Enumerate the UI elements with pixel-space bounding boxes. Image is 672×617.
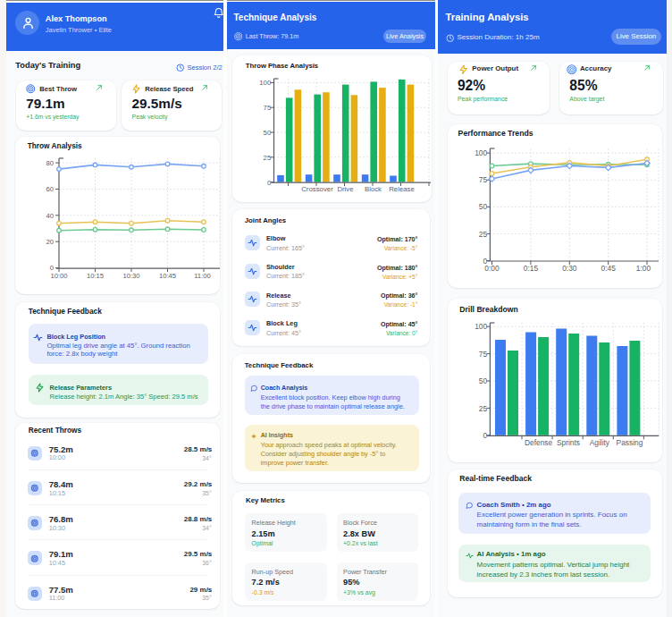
svg-text:100: 100 (475, 148, 487, 157)
svg-text:75: 75 (479, 350, 488, 359)
svg-text:10:30: 10:30 (122, 272, 139, 280)
svg-text:10:00: 10:00 (50, 272, 67, 280)
svg-text:50: 50 (479, 376, 488, 385)
svg-text:100: 100 (259, 79, 272, 87)
svg-text:Drive: Drive (337, 185, 353, 193)
svg-text:Release: Release (389, 185, 415, 193)
svg-text:Block: Block (365, 185, 382, 193)
svg-text:75: 75 (264, 104, 272, 112)
svg-text:50: 50 (479, 202, 488, 211)
svg-text:Defense: Defense (525, 438, 553, 447)
svg-text:100: 100 (475, 322, 487, 331)
svg-text:0:30: 0:30 (562, 264, 577, 273)
svg-text:40: 40 (46, 212, 54, 220)
svg-text:Crossover: Crossover (301, 185, 333, 193)
svg-text:0: 0 (483, 431, 488, 440)
svg-text:25: 25 (264, 154, 272, 162)
svg-text:0:15: 0:15 (524, 264, 539, 273)
svg-text:75: 75 (479, 175, 488, 184)
svg-text:20: 20 (46, 238, 54, 246)
svg-text:0:00: 0:00 (484, 264, 500, 273)
svg-text:0: 0 (267, 179, 272, 187)
svg-text:10:45: 10:45 (159, 272, 176, 280)
svg-text:Agility: Agility (590, 438, 610, 447)
svg-text:11:00: 11:00 (194, 272, 211, 280)
svg-text:Passing: Passing (617, 438, 643, 447)
svg-text:25: 25 (479, 404, 488, 413)
svg-text:80: 80 (46, 159, 54, 167)
svg-text:60: 60 (46, 185, 54, 193)
svg-text:Sprints: Sprints (557, 438, 580, 447)
svg-text:10:15: 10:15 (87, 272, 104, 280)
svg-text:25: 25 (479, 230, 488, 239)
svg-text:50: 50 (264, 129, 272, 137)
svg-text:0:45: 0:45 (601, 264, 617, 273)
svg-text:1:00: 1:00 (636, 264, 651, 273)
